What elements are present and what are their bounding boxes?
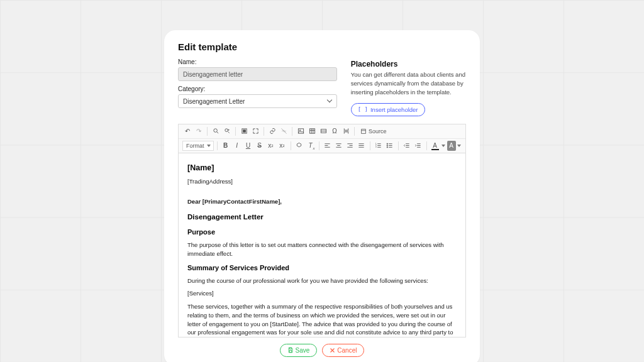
search-icon[interactable] [211,126,221,136]
placeholders-heading: Placeholders [351,60,466,69]
editor-toolbar: ↶ ↷ [178,124,466,153]
category-select[interactable]: Disengagement Letter [178,94,337,108]
image-icon[interactable] [296,126,306,136]
italic-icon[interactable]: I [232,141,242,151]
svg-rect-6 [298,129,303,133]
redo-icon[interactable]: ↷ [194,126,204,136]
doc-p-services: [Services] [187,289,457,298]
svg-point-39 [387,145,387,146]
category-value: Disengagement Letter [183,98,245,105]
table-icon[interactable] [307,126,317,136]
doc-h-purpose: Purpose [187,228,457,238]
text-color-icon[interactable]: A [430,141,440,151]
outdent-icon[interactable] [402,141,412,151]
insert-placeholder-button[interactable]: [ ] Insert placeholder [351,103,425,116]
numbered-list-icon[interactable]: 123 [374,141,384,151]
link-icon[interactable] [267,126,277,136]
name-label: Name: [178,58,337,65]
svg-text:3: 3 [375,146,377,148]
maximize-icon[interactable] [250,126,260,136]
indent-icon[interactable] [413,141,423,151]
removeformat-icon[interactable]: Tx [306,141,316,151]
unlink-icon[interactable] [279,126,289,136]
bg-color-icon[interactable]: A [447,141,456,151]
svg-point-0 [213,129,217,133]
specialchar-icon[interactable]: Ω [330,126,340,136]
doc-p-summary2: These services, together with a summary … [187,302,457,337]
doc-h-letter: Disengagement Letter [187,212,457,222]
superscript-icon[interactable]: x2 [277,141,287,151]
source-button[interactable]: Source [358,126,389,136]
svg-rect-47 [289,348,291,349]
doc-h-summary: Summary of Services Provided [187,263,457,273]
strike-icon[interactable]: S [255,141,265,151]
dialog-title: Edit template [178,41,466,52]
hr-icon[interactable] [318,126,328,136]
svg-rect-8 [309,129,314,133]
bold-icon[interactable]: B [221,141,231,151]
svg-line-1 [216,132,218,133]
align-justify-icon[interactable] [357,141,367,151]
pagebreak-icon[interactable] [341,126,351,136]
edit-template-dialog: Edit template Name: Category: Disengagem… [164,30,480,362]
align-center-icon[interactable] [334,141,344,151]
underline-icon[interactable]: U [243,141,253,151]
cancel-button[interactable]: Cancel [322,344,364,357]
bg-color-dd-icon[interactable] [457,145,462,147]
cancel-label: Cancel [337,347,357,354]
doc-name: [Name] [187,162,457,173]
copyformat-icon[interactable] [294,141,304,151]
doc-greeting: Dear [PrimaryContactFirstName], [187,197,457,206]
insert-placeholder-label: Insert placeholder [370,106,418,113]
undo-icon[interactable]: ↶ [182,126,192,136]
close-icon [330,348,335,353]
bullet-list-icon[interactable] [385,141,395,151]
svg-point-40 [387,147,387,148]
svg-point-38 [387,143,387,144]
align-left-icon[interactable] [323,141,333,151]
text-color-dd-icon[interactable] [441,145,446,147]
align-right-icon[interactable] [345,141,355,151]
name-input[interactable] [178,67,337,81]
format-select[interactable]: Format [182,141,214,151]
doc-p-purpose: The purpose of this letter is to set out… [187,241,457,258]
placeholders-help: You can get different data about clients… [351,70,466,96]
save-label: Save [296,347,310,354]
selectall-icon[interactable] [239,126,249,136]
save-button[interactable]: Save [280,344,318,357]
doc-p-summary1: During the course of our professional wo… [187,277,457,285]
svg-rect-4 [243,130,245,133]
save-disk-icon [287,347,294,353]
svg-rect-15 [362,129,366,133]
replace-icon[interactable] [222,126,232,136]
svg-rect-48 [289,351,291,353]
brackets-icon: [ ] [358,106,368,112]
rich-text-editor[interactable]: [Name] [TradingAddress] Dear [PrimaryCon… [178,153,466,337]
subscript-icon[interactable]: x2 [266,141,276,151]
doc-trading-address: [TradingAddress] [187,177,457,186]
category-label: Category: [178,85,337,92]
